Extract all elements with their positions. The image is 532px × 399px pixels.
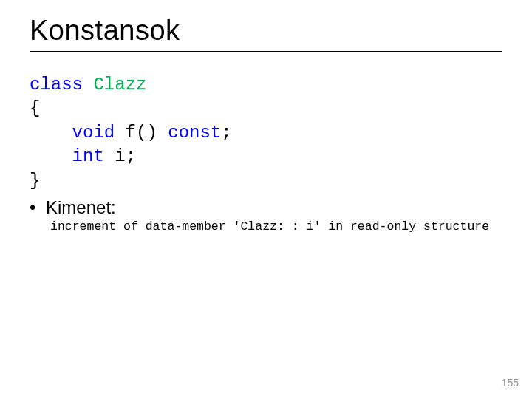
keyword-class: class [30,75,83,95]
slide: Konstansok class Clazz { void f() const;… [0,0,532,399]
brace-close: } [30,171,40,191]
page-number: 155 [502,377,519,389]
member-i: i; [104,146,136,166]
slide-title: Konstansok [30,15,502,52]
compiler-output: increment of data-member 'Clazz: : i' in… [30,219,502,233]
class-name: Clazz [83,75,146,95]
method-f: f() [115,123,168,143]
bullet-dot-icon: • [30,197,46,218]
bullet-kimenet: •Kimenet: [30,197,502,218]
bullet-label: Kimenet: [46,197,116,217]
code-block: class Clazz { void f() const; int i; } [30,73,502,193]
keyword-const: const [168,123,221,143]
semicolon: ; [221,123,231,143]
brace-open: { [30,98,40,118]
keyword-void: void [72,123,115,143]
keyword-int: int [72,146,104,166]
